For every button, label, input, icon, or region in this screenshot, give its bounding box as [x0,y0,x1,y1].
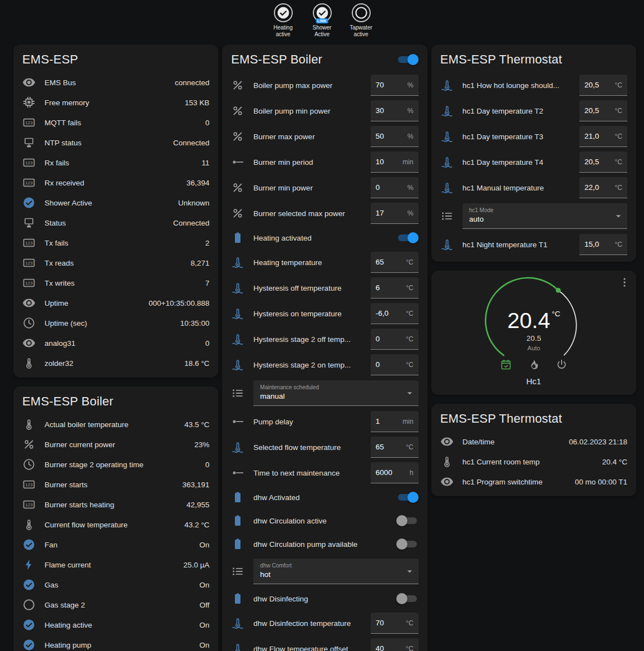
badge-tapwater-active[interactable]: Tapwater active [345,3,377,40]
entity-name: hc1 Day temperature T2 [463,107,573,115]
hysteresis-stage-2-on-temp-row: Hysteresis stage 2 on temp...0°C [222,352,427,378]
hc1-current-room-temp-row[interactable]: hc1 Current room temp20.4 °C [431,452,636,472]
gas-stage-2-row[interactable]: Gas stage 2Off [13,595,218,615]
hc1-day-temperature-t2-input[interactable]: 20,5°C [579,100,627,121]
entity-name: Actual boiler temperature [45,420,178,429]
hc1-how-hot-lounge-should-input[interactable]: 20,5°C [579,75,627,96]
uptime-sec-row[interactable]: Uptime (sec)10:35:00 [13,313,218,333]
entity-state: 000+10:35:00.888 [149,299,209,307]
entity-name: Current flow temperature [45,521,178,529]
card-header: EMS-ESP Thermostat [431,45,636,72]
burner-selected-max-power-input[interactable]: 17% [371,203,419,224]
ntp-status-row[interactable]: NTP statusConnected [13,133,218,153]
shower-active-row[interactable]: Shower ActiveUnknown [13,193,218,213]
maintenance-scheduled-select[interactable]: Maintenance scheduledmanual [253,380,418,406]
eye-icon [440,475,454,488]
date-time-row[interactable]: Date/time06.02.2023 21:18 [431,432,636,452]
hc1-day-temperature-t4-input[interactable]: 20,5°C [579,151,627,173]
dhw-disinfection-temperature-input[interactable]: 70°C [371,613,419,634]
badge-label: Tapwater active [345,25,377,38]
gas-row[interactable]: GasOn [13,575,218,595]
input-value: 17 [376,209,384,217]
calendar-sync-icon[interactable] [500,359,512,371]
svg-text:123: 123 [25,281,33,286]
dial-handle[interactable] [555,288,561,293]
hc1-program-switchtime-row[interactable]: hc1 Program switchtime00 mo 00:00 T1 [431,472,636,492]
ems-bus-row[interactable]: EMS Busconnected [13,72,218,92]
burner-min-period-row: Burner min period10min [222,149,427,175]
current-flow-temperature-row[interactable]: Current flow temperature43.2 °C [13,515,218,535]
flame-current-row[interactable]: Flame current25.0 µA [13,555,218,575]
analog31-row[interactable]: analog310 [13,333,218,353]
fire-icon[interactable] [528,359,540,371]
dots-vertical-icon[interactable] [618,276,631,288]
hysteresis-off-temperature-row: Hysteresis off temperature6°C [222,275,427,301]
dhw-flow-temperature-offset-input[interactable]: 40°C [371,638,419,651]
hc1-night-temperature-t1-input[interactable]: 15,0°C [579,234,627,255]
ems-esp-boiler-master-switch[interactable] [396,54,419,65]
dhw-circulation-active-switch[interactable] [396,515,419,526]
hc1-manual-temperature-input[interactable]: 22,0°C [579,177,627,198]
card-title: EMS-ESP Boiler [22,394,114,409]
heating-active-row[interactable]: Heating activeOn [13,615,218,635]
entity-name: Pump delay [253,418,363,426]
input-unit: °C [406,284,413,292]
dhw-comfort-select[interactable]: dhw Comforthot [253,559,418,584]
burner-max-power-input[interactable]: 50% [371,126,419,147]
actual-boiler-temperature-row[interactable]: Actual boiler temperature43.5 °C [13,414,218,434]
hysteresis-on-temperature-input[interactable]: -6,0°C [371,303,419,324]
dhw-activated-switch[interactable] [396,492,419,503]
burner-min-period-input[interactable]: 10min [371,151,419,173]
hc1-day-temperature-t3-input[interactable]: 21,0°C [579,126,627,147]
pump-delay-input[interactable]: 1min [371,411,419,432]
counter-icon: 123 [22,116,36,129]
zolder32-row[interactable]: zolder3218.6 °C [13,353,218,373]
burner-min-power-input[interactable]: 0% [371,177,419,198]
wave-thermo-icon [231,440,244,454]
boiler-pump-max-power-row: Boiler pump max power70% [222,72,427,98]
power-icon[interactable] [555,359,568,371]
time-to-next-maintenance-input[interactable]: 6000h [371,462,419,483]
free-memory-row[interactable]: Free memory153 KB [13,92,218,112]
card-title: EMS-ESP [22,52,78,67]
dhw-disinfecting-switch[interactable] [396,593,419,604]
heating-temperature-input[interactable]: 65°C [371,252,419,273]
hysteresis-off-temperature-input[interactable]: 6°C [371,277,419,298]
eye-icon [22,296,36,310]
input-unit: °C [615,133,622,140]
input-value: 40 [376,644,384,651]
mqtt-fails-row[interactable]: 123MQTT fails0 [13,112,218,133]
card-ems-esp-boiler-controls: EMS-ESP BoilerBoiler pump max power70%Bo… [222,45,427,651]
heating-pump-row[interactable]: Heating pumpOn [13,635,218,651]
burner-starts-heating-row[interactable]: 123Burner starts heating42,955 [13,495,218,515]
hysteresis-stage-2-off-temp-input[interactable]: 0°C [371,329,419,350]
rx-received-row[interactable]: 123Rx received36,394 [13,173,218,193]
rx-fails-row[interactable]: 123Rx fails11 [13,153,218,173]
entity-name: Hysteresis stage 2 off temp... [253,335,363,344]
burner-stage-2-operating-time-row[interactable]: Burner stage 2 operating time0 [13,454,218,474]
switch-knob [407,232,419,243]
burner-current-power-row[interactable]: Burner current power23% [13,434,218,454]
status-row[interactable]: StatusConnected [13,213,218,233]
chevron-down-icon [404,388,415,399]
tx-reads-row[interactable]: 123Tx reads8,271 [13,253,218,273]
selected-flow-temperature-input[interactable]: 65°C [371,437,419,458]
uptime-row[interactable]: Uptime000+10:35:00.888 [13,293,218,313]
tx-fails-row[interactable]: 123Tx fails2 [13,233,218,253]
tx-writes-row[interactable]: 123Tx writes7 [13,273,218,293]
fan-row[interactable]: FanOn [13,535,218,555]
boiler-pump-min-power-input[interactable]: 30% [371,100,419,121]
boiler-pump-max-power-input[interactable]: 70% [371,75,419,96]
entity-state: 36,394 [186,179,209,187]
badge-shower-active[interactable]: LINKShower Active [306,3,338,40]
wave-thermo-icon [440,79,454,92]
current-temperature: 20.4°C [507,308,560,332]
hysteresis-stage-2-on-temp-input[interactable]: 0°C [371,354,419,375]
input-unit: °C [615,241,622,248]
burner-starts-row[interactable]: 123Burner starts363,191 [13,474,218,495]
dhw-circulation-pump-available-switch[interactable] [396,539,419,550]
hc1-mode-select[interactable]: hc1 Modeauto [463,203,627,229]
heating-activated-switch[interactable] [396,232,419,243]
entity-state: 42,955 [186,501,209,509]
badge-heating-active[interactable]: Heating active [267,3,299,40]
